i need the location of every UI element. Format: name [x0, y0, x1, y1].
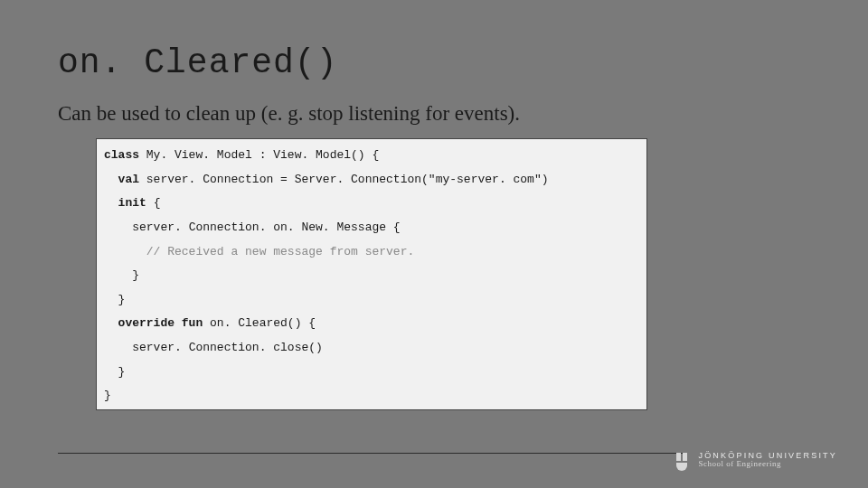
svg-rect-0: [676, 453, 681, 461]
code-keyword: init: [118, 196, 146, 210]
slide: on. Cleared() Can be used to clean up (e…: [0, 0, 868, 488]
code-text: }: [132, 268, 139, 282]
code-text: {: [146, 196, 161, 210]
brand-text: JÖNKÖPING UNIVERSITY School of Engineeri…: [698, 452, 837, 469]
footer-divider: [58, 453, 687, 454]
code-keyword: val: [118, 173, 139, 186]
code-text: server. Connection. close(): [132, 341, 323, 354]
svg-rect-1: [683, 453, 687, 461]
page-title: on. Cleared(): [58, 43, 810, 82]
code-text: on. Cleared() {: [203, 316, 316, 330]
footer-brand: JÖNKÖPING UNIVERSITY School of Engineeri…: [675, 452, 837, 472]
university-logo-icon: [675, 452, 691, 472]
code-keyword: override fun: [118, 316, 203, 330]
code-block: class My. View. Model : View. Model() { …: [96, 138, 647, 410]
code-keyword: class: [104, 148, 139, 162]
code-text: }: [118, 365, 126, 379]
code-text: My. View. Model : View. Model() {: [139, 148, 379, 162]
code-text: }: [104, 389, 111, 402]
code-text: server. Connection. on. New. Message {: [132, 221, 400, 234]
code-text: server. Connection = Server. Connection(…: [139, 173, 548, 186]
code-text: }: [118, 293, 126, 306]
subtitle-text: Can be used to clean up (e. g. stop list…: [58, 102, 810, 126]
school-name: School of Engineering: [698, 460, 837, 468]
code-comment: // Received a new message from server.: [146, 245, 414, 258]
